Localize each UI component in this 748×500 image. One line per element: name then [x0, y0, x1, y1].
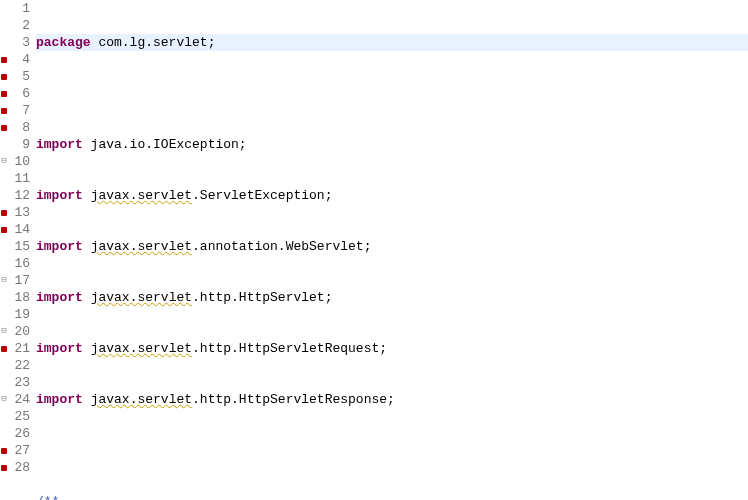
code-line[interactable]	[36, 442, 748, 459]
code-line[interactable]: import javax.servlet.ServletException;	[36, 187, 748, 204]
line-number: 9	[8, 136, 30, 153]
line-number: 15	[8, 238, 30, 255]
fold-icon[interactable]: ⊟	[1, 272, 6, 289]
fold-icon[interactable]: ⊟	[1, 153, 6, 170]
line-number: 2	[8, 17, 30, 34]
code-line[interactable]: /**	[36, 493, 748, 500]
code-line[interactable]: import javax.servlet.http.HttpServletRes…	[36, 391, 748, 408]
line-number: 19	[8, 306, 30, 323]
line-number: 13	[8, 204, 30, 221]
line-number: 23	[8, 374, 30, 391]
line-number: 12	[8, 187, 30, 204]
code-area[interactable]: package com.lg.servlet; import java.io.I…	[32, 0, 748, 500]
code-editor[interactable]: ⊟ ⊟ ⊟ ⊟ 1 2 3 4 5 6 7 8 9 10 11 12 13 14…	[0, 0, 748, 500]
line-number: 7	[8, 102, 30, 119]
line-number: 22	[8, 357, 30, 374]
line-number: 26	[8, 425, 30, 442]
code-line[interactable]: import java.io.IOException;	[36, 136, 748, 153]
line-number-gutter: 1 2 3 4 5 6 7 8 9 10 11 12 13 14 15 16 1…	[8, 0, 32, 500]
error-marker[interactable]	[1, 448, 7, 454]
code-line[interactable]: import javax.servlet.annotation.WebServl…	[36, 238, 748, 255]
error-marker[interactable]	[1, 465, 7, 471]
line-number: 24	[8, 391, 30, 408]
error-marker[interactable]	[1, 91, 7, 97]
error-marker[interactable]	[1, 74, 7, 80]
line-number: 21	[8, 340, 30, 357]
line-number: 20	[8, 323, 30, 340]
line-number: 27	[8, 442, 30, 459]
line-number: 8	[8, 119, 30, 136]
line-number: 14	[8, 221, 30, 238]
fold-icon[interactable]: ⊟	[1, 323, 6, 340]
error-marker[interactable]	[1, 346, 7, 352]
error-marker[interactable]	[1, 108, 7, 114]
fold-icon[interactable]: ⊟	[1, 391, 6, 408]
code-line[interactable]: import javax.servlet.http.HttpServlet;	[36, 289, 748, 306]
error-marker[interactable]	[1, 57, 7, 63]
line-number: 18	[8, 289, 30, 306]
line-number: 16	[8, 255, 30, 272]
line-number: 25	[8, 408, 30, 425]
code-line[interactable]: import javax.servlet.http.HttpServletReq…	[36, 340, 748, 357]
line-number: 11	[8, 170, 30, 187]
code-line[interactable]	[36, 85, 748, 102]
error-marker[interactable]	[1, 210, 7, 216]
error-marker[interactable]	[1, 125, 7, 131]
line-number: 5	[8, 68, 30, 85]
marker-bar: ⊟ ⊟ ⊟ ⊟	[0, 0, 8, 500]
code-line[interactable]: package com.lg.servlet;	[36, 34, 748, 51]
line-number: 1	[8, 0, 30, 17]
line-number: 17	[8, 272, 30, 289]
error-marker[interactable]	[1, 227, 7, 233]
line-number: 3	[8, 34, 30, 51]
line-number: 4	[8, 51, 30, 68]
line-number: 28	[8, 459, 30, 476]
line-number: 10	[8, 153, 30, 170]
line-number: 6	[8, 85, 30, 102]
